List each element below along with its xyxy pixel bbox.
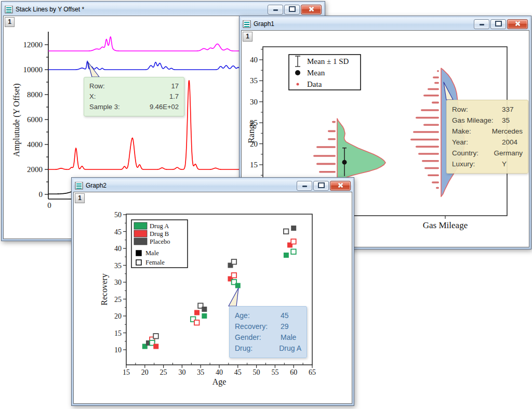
scatter-point[interactable]: [284, 229, 289, 234]
layer-badge[interactable]: 1: [5, 17, 15, 27]
tick-label: 0: [39, 190, 43, 199]
x-axis-label: Gas Mileage: [423, 220, 468, 230]
tick-label: 35: [197, 368, 204, 376]
rug-mark[interactable]: [422, 160, 439, 162]
tick-label: 40: [216, 368, 223, 376]
close-icon: [308, 6, 314, 12]
close-button[interactable]: [507, 19, 528, 29]
legend-swatch: [134, 222, 147, 229]
rug-mark[interactable]: [332, 121, 336, 123]
rug-mark[interactable]: [436, 187, 439, 189]
rug-mark[interactable]: [319, 171, 336, 173]
tick-label: 35: [250, 76, 258, 85]
close-button[interactable]: [330, 181, 351, 191]
close-icon: [337, 182, 343, 188]
restore-button[interactable]: [313, 181, 329, 191]
tick-label: 30: [250, 98, 258, 106]
scatter-point[interactable]: [232, 273, 237, 278]
legend-label: Drug B: [150, 230, 169, 238]
rug-mark[interactable]: [423, 95, 439, 97]
rug-mark[interactable]: [316, 163, 336, 165]
titlebar[interactable]: Stack Lines by Y Offset *: [3, 3, 323, 16]
tick-label: 15: [123, 368, 130, 376]
tick-label: 10: [114, 346, 122, 354]
scatter-point[interactable]: [235, 283, 241, 288]
minimize-icon: [302, 186, 307, 187]
layer-badge[interactable]: 1: [243, 32, 252, 42]
mean-dot[interactable]: [342, 160, 347, 165]
tick-label: 0: [47, 201, 51, 209]
rug-mark[interactable]: [428, 174, 439, 176]
tick-label: 35: [114, 262, 122, 270]
rug-mark[interactable]: [416, 146, 439, 148]
restore-icon: [289, 6, 296, 12]
legend-label: Male: [145, 249, 159, 257]
legend-label: Data: [307, 80, 322, 88]
rug-mark[interactable]: [428, 88, 439, 90]
legend-gender-swatch: [136, 250, 141, 256]
rug-mark[interactable]: [413, 131, 439, 133]
titlebar[interactable]: Graph2: [73, 179, 352, 192]
rug-mark[interactable]: [432, 102, 439, 104]
rug-mark[interactable]: [328, 138, 336, 140]
scatter-point[interactable]: [291, 239, 296, 244]
rug-mark[interactable]: [434, 82, 439, 84]
tick-label: 25: [114, 296, 122, 304]
rug-mark[interactable]: [416, 117, 439, 119]
tick-label: 10000: [23, 65, 43, 74]
scatter-point[interactable]: [284, 253, 289, 258]
tick-label: 50: [114, 211, 122, 219]
rug-mark[interactable]: [328, 130, 336, 133]
scatter-plot[interactable]: 1520253035404550556065101520253035404550…: [74, 192, 352, 404]
rug-mark[interactable]: [418, 153, 439, 155]
rug-mark[interactable]: [433, 76, 439, 78]
rug-mark[interactable]: [423, 124, 439, 126]
scatter-point[interactable]: [153, 344, 158, 349]
scatter-point[interactable]: [202, 313, 207, 319]
tick-label: 45: [114, 228, 122, 236]
tick-label: 15: [250, 161, 258, 169]
x-axis-label: Age: [212, 377, 227, 387]
window-graph2: Graph2 1 1520253035404550556065101520253…: [71, 177, 354, 406]
titlebar[interactable]: Graph1: [241, 18, 529, 30]
y-axis-label: Range: [246, 121, 256, 143]
restore-button[interactable]: [284, 5, 300, 15]
restore-button[interactable]: [490, 19, 506, 29]
restore-icon: [495, 21, 502, 27]
tick-label: 6000: [27, 115, 43, 124]
rug-mark[interactable]: [424, 167, 439, 169]
tick-label: 45: [234, 368, 242, 376]
legend-label: Drug A: [150, 222, 169, 230]
graph-window-icon: [75, 182, 83, 190]
scatter-point[interactable]: [153, 334, 158, 339]
rug-mark[interactable]: [421, 109, 439, 111]
rug-mark[interactable]: [313, 155, 336, 157]
layer-badge[interactable]: 1: [75, 193, 85, 203]
minimize-button[interactable]: [268, 5, 283, 15]
scatter-point[interactable]: [194, 320, 200, 325]
restore-icon: [318, 182, 325, 188]
rug-mark[interactable]: [316, 146, 336, 148]
tick-label: 40: [250, 56, 258, 64]
window-title: Stack Lines by Y Offset *: [16, 6, 267, 13]
tick-label: 2000: [27, 165, 43, 174]
rug-mark[interactable]: [410, 139, 439, 141]
graph-client-area: 1 15202530354045505560651015202530354045…: [73, 192, 352, 404]
rug-mark[interactable]: [432, 181, 439, 183]
minimize-button[interactable]: [474, 19, 489, 29]
window-controls: [296, 181, 351, 191]
scatter-point[interactable]: [232, 259, 237, 265]
scatter-point[interactable]: [291, 226, 296, 231]
window-title: Graph1: [254, 20, 473, 28]
tooltip-callout: [88, 62, 99, 77]
legend-label: Female: [145, 259, 165, 266]
close-button[interactable]: [301, 5, 322, 15]
legend-label: Placebo: [150, 238, 170, 245]
minimize-button[interactable]: [297, 181, 312, 191]
rug-mark[interactable]: [437, 70, 439, 72]
scatter-point[interactable]: [202, 307, 207, 312]
scatter-point[interactable]: [291, 249, 296, 255]
tick-label: 60: [290, 368, 297, 376]
window-controls: [267, 5, 322, 15]
scatter-point[interactable]: [194, 310, 200, 315]
